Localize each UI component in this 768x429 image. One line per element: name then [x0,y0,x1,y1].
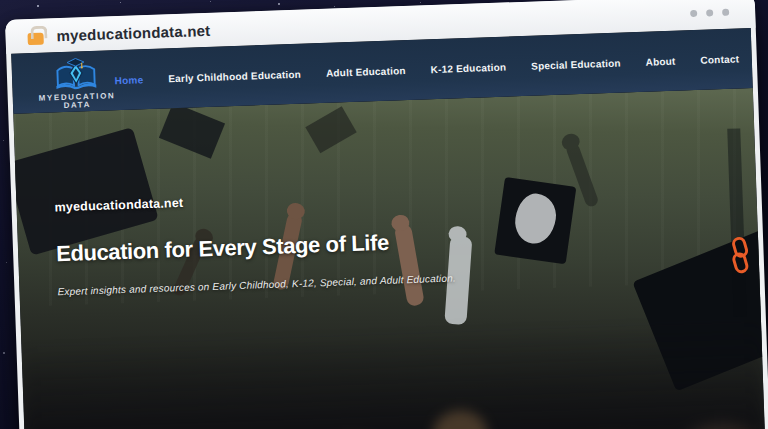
star [3,140,4,141]
window-controls[interactable] [690,8,729,16]
window-control-dot[interactable] [722,8,729,15]
desktop-background: { "browser": { "address": "myeducationda… [0,0,768,429]
star [420,2,421,3]
star [210,1,211,2]
hero-title: Education for Every Stage of Life [56,217,758,267]
nav-item-home[interactable]: Home [115,74,144,86]
lock-icon [27,33,43,46]
nav-item-about[interactable]: About [645,55,675,67]
nav-item-special-education[interactable]: Special Education [531,57,621,71]
book-pen-gradcap-icon [53,57,100,93]
window-control-dot[interactable] [690,9,697,16]
star [334,6,335,7]
window-control-dot[interactable] [706,9,713,16]
hero-section: myeducationdata.net Education for Every … [13,88,767,429]
star [3,352,5,354]
star [278,3,280,5]
star [37,5,39,7]
main-nav: Home Early Childhood Education Adult Edu… [115,53,740,86]
nav-item-early-childhood-education[interactable]: Early Childhood Education [168,68,301,84]
star [120,2,121,3]
nav-item-adult-education[interactable]: Adult Education [326,65,406,79]
star [6,262,7,263]
nav-item-k12-education[interactable]: K-12 Education [430,61,506,75]
site-logo[interactable]: MYEDUCATION DATA [37,56,115,111]
address-bar[interactable]: myeducationdata.net [56,21,210,43]
web-page: MYEDUCATION DATA Home Early Childhood Ed… [11,28,768,429]
hero-site-label: myeducationdata.net [54,176,756,214]
hero-copy: myeducationdata.net Education for Every … [13,88,759,299]
browser-window: myeducationdata.net [5,0,768,429]
nav-item-contact[interactable]: Contact [700,53,739,65]
logo-text-line2: DATA [63,100,91,110]
